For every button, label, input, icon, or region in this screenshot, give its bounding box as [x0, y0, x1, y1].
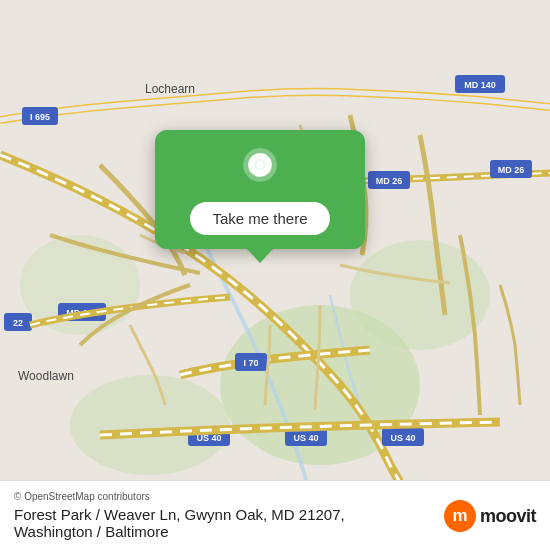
map-container: I 695 MD 140 MD 26 MD 26 MD 122 22 US 40	[0, 0, 550, 550]
svg-text:22: 22	[13, 318, 23, 328]
svg-text:US 40: US 40	[293, 433, 318, 443]
svg-text:I 70: I 70	[243, 358, 258, 368]
svg-text:MD 140: MD 140	[464, 80, 496, 90]
moovit-icon: m	[444, 500, 476, 532]
location-main: Forest Park / Weaver Ln, Gwynn Oak, MD 2…	[14, 506, 345, 523]
take-me-there-button[interactable]: Take me there	[190, 202, 329, 235]
svg-text:MD 26: MD 26	[376, 176, 403, 186]
location-pin-icon	[238, 148, 282, 192]
moovit-text: moovit	[480, 506, 536, 527]
svg-text:I 695: I 695	[30, 112, 50, 122]
svg-text:US 40: US 40	[390, 433, 415, 443]
map-roads: I 695 MD 140 MD 26 MD 26 MD 122 22 US 40	[0, 0, 550, 550]
location-sub: Washington / Baltimore	[14, 523, 169, 540]
svg-text:Woodlawn: Woodlawn	[18, 369, 74, 383]
svg-text:Lochearn: Lochearn	[145, 82, 195, 96]
moovit-logo: m moovit	[444, 500, 536, 532]
attribution-text: © OpenStreetMap contributors	[14, 491, 150, 502]
location-popup: Take me there	[155, 130, 365, 249]
svg-point-4	[70, 375, 230, 475]
svg-text:MD 26: MD 26	[498, 165, 525, 175]
